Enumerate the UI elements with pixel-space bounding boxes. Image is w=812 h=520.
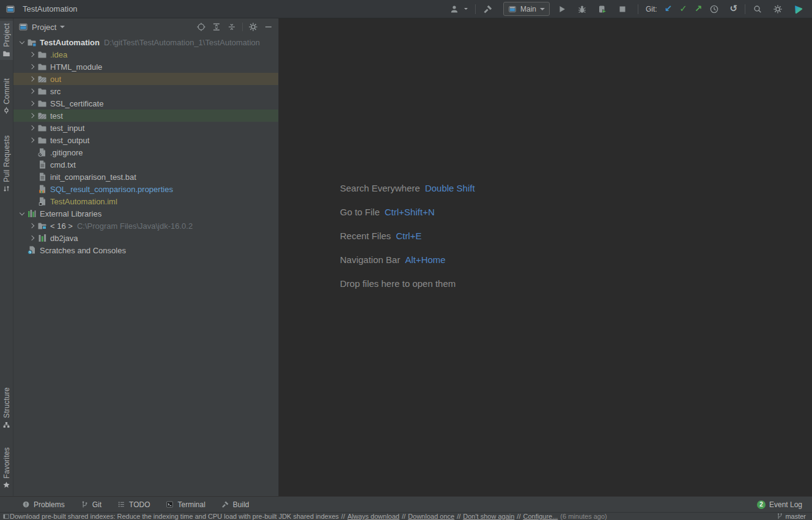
tree-chevron-icon[interactable]: [17, 207, 27, 220]
chevron-down-icon[interactable]: [60, 26, 65, 28]
git-update-icon[interactable]: ↙: [665, 4, 673, 13]
build-hammer-icon[interactable]: [483, 4, 493, 14]
configure-link[interactable]: Configure...: [523, 513, 558, 520]
tool-button-problems[interactable]: Problems: [22, 500, 65, 509]
tree-chevron-icon[interactable]: [28, 61, 37, 73]
tree-chevron-icon[interactable]: [28, 97, 37, 110]
pull-request-icon: [2, 185, 10, 193]
sidebar-item-structure[interactable]: Structure: [0, 385, 13, 431]
debug-icon[interactable]: [577, 4, 587, 14]
tree-item-test[interactable]: test: [13, 110, 278, 122]
tree-chevron-icon[interactable]: [28, 134, 37, 146]
tree-item-external-libraries[interactable]: External Libraries: [13, 207, 278, 220]
separator: //: [457, 513, 460, 520]
tree-item-cmd-txt[interactable]: cmd.txt: [13, 158, 278, 171]
tree-chevron-icon[interactable]: [28, 122, 37, 134]
tree-item-init-comparison-test-bat[interactable]: init_comparison_test.bat: [13, 171, 278, 183]
shortcut-hint-line: Drop files here to open them: [340, 272, 475, 295]
tree-item-test-input[interactable]: test_input: [13, 122, 278, 134]
window-title: TestAutomation: [23, 4, 78, 13]
sidebar-item-project[interactable]: Project: [0, 21, 13, 60]
editor-shortcut-hints: Search Everywhere Double Shift Go to Fil…: [340, 176, 475, 295]
collapse-all-icon[interactable]: [227, 22, 237, 32]
tree-item-sql-result-comparison-properties[interactable]: SQL_result_comparison.properties: [13, 183, 278, 195]
editor-area[interactable]: Search Everywhere Double Shift Go to Fil…: [279, 18, 812, 496]
tool-button-todo[interactable]: TODO: [117, 500, 150, 509]
settings-gear-icon[interactable]: [773, 4, 783, 14]
bottom-toolwindow-bar: Problems Git TODO Terminal Build 2 Event…: [0, 496, 812, 512]
tree-item-testautomation[interactable]: TestAutomation D:\gitTest\TestAutomation…: [13, 36, 278, 48]
tree-item-testautomation-iml[interactable]: TestAutomation.iml: [13, 195, 278, 207]
tree-item-16[interactable]: < 16 > C:\Program Files\Java\jdk-16.0.2: [13, 220, 278, 232]
run-configuration-select[interactable]: Main: [503, 2, 550, 16]
project-panel-header: Project: [13, 18, 278, 35]
hide-panel-icon[interactable]: [264, 22, 273, 32]
shortcut-keys: Double Shift: [425, 183, 475, 193]
commit-icon: [2, 106, 10, 114]
status-message-text: Download pre-built shared indexes: Reduc…: [10, 513, 339, 520]
tree-item-gitignore[interactable]: .gitignore: [13, 146, 278, 158]
coverage-icon[interactable]: [597, 4, 607, 14]
tree-item-label: External Libraries: [40, 209, 102, 218]
rollback-icon[interactable]: ↺: [729, 4, 737, 13]
sidebar-item-favorites[interactable]: Favorites: [0, 445, 13, 491]
project-stripe-label: Project: [2, 23, 11, 47]
tree-chevron-icon[interactable]: [28, 195, 37, 207]
pull-requests-stripe-label: Pull Requests: [2, 135, 11, 182]
file-iml-icon: [37, 196, 47, 206]
expand-all-icon[interactable]: [212, 22, 221, 32]
dont-show-again-link[interactable]: Don't show again: [463, 513, 514, 520]
tree-chevron-icon[interactable]: [28, 110, 37, 122]
search-icon[interactable]: [753, 4, 762, 14]
tree-chevron-icon[interactable]: [28, 232, 37, 244]
git-branch-widget[interactable]: master: [776, 513, 806, 520]
shortcut-action-label: Navigation Bar: [340, 254, 400, 265]
tree-item-src[interactable]: src: [13, 85, 278, 97]
code-with-me-button[interactable]: [449, 4, 468, 14]
download-once-link[interactable]: Download once: [408, 513, 454, 520]
tool-button-terminal[interactable]: Terminal: [166, 500, 205, 509]
tree-item-test-output[interactable]: test_output: [13, 134, 278, 146]
sidebar-item-pull-requests[interactable]: Pull Requests: [0, 133, 13, 195]
header-separator: [242, 23, 243, 31]
toolwindow-toggle-icon[interactable]: [2, 513, 10, 520]
user-icon: [449, 4, 459, 14]
tree-chevron-icon[interactable]: [17, 36, 27, 48]
tree-item-label: test_output: [50, 136, 89, 145]
tree-item-db2java[interactable]: db2java: [13, 232, 278, 244]
panel-settings-gear-icon[interactable]: [248, 22, 258, 32]
tree-chevron-icon[interactable]: [28, 158, 37, 171]
tree-item-out[interactable]: out: [13, 73, 278, 85]
tree-item-label: .idea: [50, 50, 67, 59]
tool-button-git[interactable]: Git: [81, 500, 102, 509]
status-message: Download pre-built shared indexes: Reduc…: [10, 513, 607, 520]
tree-item-idea[interactable]: .idea: [13, 48, 278, 61]
git-commit-icon[interactable]: ✓: [679, 4, 687, 13]
tool-button-build[interactable]: Build: [221, 500, 249, 509]
tree-chevron-icon[interactable]: [17, 244, 27, 256]
space-plugin-icon[interactable]: [793, 4, 803, 14]
run-icon[interactable]: [557, 4, 567, 14]
git-push-icon[interactable]: ↗: [695, 4, 703, 13]
shortcut-hint-line: Navigation Bar Alt+Home: [340, 248, 475, 272]
tree-chevron-icon[interactable]: [28, 171, 37, 183]
shortcut-keys: Ctrl+Shift+N: [385, 207, 435, 217]
panel-title[interactable]: Project: [32, 23, 56, 32]
tree-chevron-icon[interactable]: [28, 48, 37, 61]
tree-chevron-icon[interactable]: [28, 73, 37, 85]
always-download-link[interactable]: Always download: [347, 513, 399, 520]
shortcut-hint-line: Recent Files Ctrl+E: [340, 224, 475, 248]
file-text-icon: [37, 160, 47, 169]
tree-chevron-icon[interactable]: [28, 220, 37, 232]
tree-item-ssl-certificate[interactable]: SSL_certificate: [13, 97, 278, 110]
tree-chevron-icon[interactable]: [28, 85, 37, 97]
tree-chevron-icon[interactable]: [28, 183, 37, 195]
todo-label: TODO: [129, 500, 150, 509]
tree-item-label: out: [50, 75, 61, 84]
event-log-button[interactable]: Event Log: [769, 500, 802, 509]
tree-item-html-module[interactable]: HTML_module: [13, 61, 278, 73]
tree-item-scratches-and-consoles[interactable]: Scratches and Consoles: [13, 244, 278, 256]
sidebar-item-commit[interactable]: Commit: [0, 76, 13, 117]
folder-icon: [37, 135, 47, 145]
tree-chevron-icon[interactable]: [28, 146, 37, 158]
